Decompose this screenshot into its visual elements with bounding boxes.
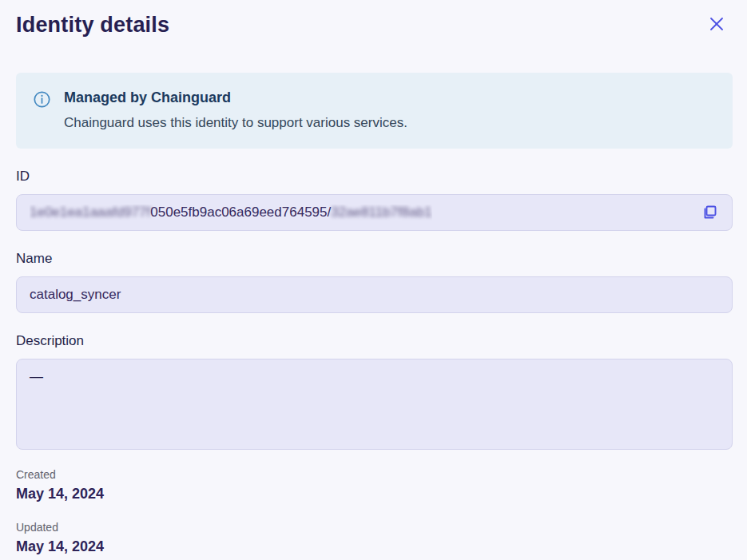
page-title: Identity details	[16, 11, 731, 38]
updated-label: Updated	[16, 521, 731, 534]
id-redacted-prefix: 1e0e1ea1aaafd977f	[30, 205, 150, 220]
name-input[interactable]	[16, 276, 733, 313]
copy-icon	[701, 204, 718, 221]
info-icon	[34, 89, 50, 131]
created-value: May 14, 2024	[16, 486, 731, 502]
id-redacted-suffix: 32ae811b7f8ab1	[331, 205, 431, 220]
identity-details-panel: Identity details Managed by Chainguard C…	[0, 0, 747, 560]
banner-texts: Managed by Chainguard Chainguard uses th…	[64, 89, 407, 131]
name-field-label: Name	[16, 251, 731, 267]
id-field-label: ID	[16, 169, 731, 185]
created-label: Created	[16, 468, 731, 481]
description-textarea[interactable]: —	[16, 359, 733, 450]
copy-id-button[interactable]	[698, 201, 721, 224]
close-icon	[709, 16, 725, 32]
id-visible-value: 050e5fb9ac06a69eed764595/	[150, 205, 331, 220]
close-button[interactable]	[707, 14, 726, 34]
id-field-value: 1e0e1ea1aaafd977f050e5fb9ac06a69eed76459…	[30, 205, 432, 220]
managed-by-banner: Managed by Chainguard Chainguard uses th…	[16, 73, 733, 149]
banner-title: Managed by Chainguard	[64, 89, 407, 106]
banner-body: Chainguard uses this identity to support…	[64, 115, 407, 131]
updated-value: May 14, 2024	[16, 538, 731, 555]
id-field: 1e0e1ea1aaafd977f050e5fb9ac06a69eed76459…	[16, 194, 733, 231]
description-field-label: Description	[16, 333, 731, 349]
